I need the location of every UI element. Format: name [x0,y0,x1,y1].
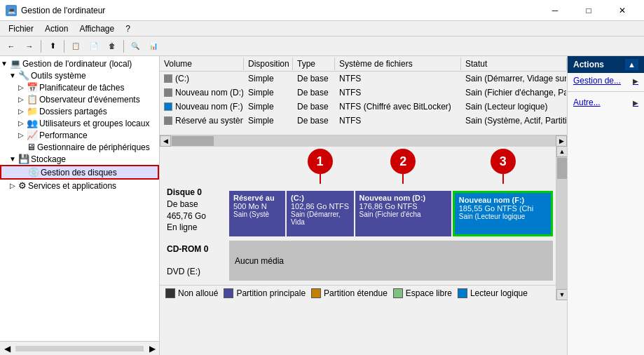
minimize-button[interactable]: ─ [539,0,571,21]
partition-c[interactable]: (C:) 102,86 Go NTFS Sain (Démarrer, Vida [287,191,354,236]
title-bar-title: Gestion de l'ordinateur [21,6,105,15]
table-row-c[interactable]: (C:) Simple De base NTFS Sain (Démarrer,… [160,72,567,86]
tree-item-gestionnaire[interactable]: 🖥 Gestionnaire de périphériques [0,141,159,153]
toolbar: ← → ⬆ 📋 📄 🗑 🔍 📊 [0,36,644,56]
sidebar-scroll-right[interactable]: ▶ [145,342,159,356]
tree-label-root: Gestion de l'ordinateur (local) [22,59,132,69]
tree-item-services[interactable]: ▷ ⚙ Services et applications [0,180,159,192]
folders-icon: 📁 [27,106,38,116]
partition-d[interactable]: Nouveau nom (D:) 176,86 Go NTFS Sain (Fi… [355,191,451,236]
disk-vscroll-up[interactable]: ▲ [556,146,567,157]
tree-item-performance[interactable]: ▷ 📈 Performance [0,129,159,141]
td-volume-f: Nouveau nom (F:) [160,101,244,112]
td-statut-d: Sain (Fichier d'échange, Partiti [461,87,567,98]
partition-f-info: Sain (Lecteur logique [459,213,547,220]
td-statut-reserved: Sain (Système, Actif, Partition p [461,115,567,126]
tree-label-gestionnaire: Gestionnaire de périphériques [37,142,150,152]
tree-label-services: Services et applications [28,181,116,191]
balloons-row: 1 2 3 [229,149,553,184]
tree-item-dossiers[interactable]: ▷ 📁 Dossiers partagés [0,105,159,117]
th-disposition[interactable]: Disposition [244,58,293,70]
td-disposition-d: Simple [244,87,293,98]
back-button[interactable]: ← [3,39,20,54]
td-filesystem-reserved: NTFS [335,115,461,126]
hscroll-track[interactable] [171,135,556,147]
th-volume[interactable]: Volume [160,58,244,70]
cdrom0-content-label: Aucun média [235,256,284,266]
tree-item-utilisateurs[interactable]: ▷ 👥 Utilisateurs et groupes locaux [0,117,159,129]
sidebar-scroll-left[interactable]: ◀ [0,342,14,356]
storage-icon: 💾 [18,154,29,164]
tree-expand-stockage[interactable]: ▼ [8,155,17,163]
table-row-d[interactable]: Nouveau nom (D:) Simple De base NTFS Sai… [160,86,567,100]
maximize-button[interactable]: □ [573,0,605,21]
tree-item-planificateur[interactable]: ▷ 📅 Planificateur de tâches [0,81,159,93]
menu-affichage[interactable]: Affichage [74,22,120,35]
th-statut[interactable]: Statut [461,58,567,70]
legend-label-libre: Espace libre [406,288,452,298]
actions-expand-btn[interactable]: ▲ [625,59,638,70]
forward-button[interactable]: → [21,39,38,54]
partition-c-label: (C:) [291,194,350,202]
td-filesystem-d: NTFS [335,87,461,98]
td-volume-d: Nouveau nom (D:) [160,87,244,98]
menu-fichier[interactable]: Fichier [3,22,39,35]
tree-expand-observateur[interactable]: ▷ [17,95,25,103]
paste-button[interactable]: 📄 [85,39,102,54]
balloon-3-circle: 3 [491,149,516,174]
tree-expand-outils[interactable]: ▼ [8,72,17,79]
actions-item-autre[interactable]: Autre... ▶ [568,95,644,110]
tree-expand-root[interactable]: ▼ [0,60,8,67]
volume-label-f: Nouveau nom (F:) [175,102,243,112]
balloon-1-circle: 1 [308,149,333,174]
partition-d-size: 176,86 Go NTFS [359,202,447,210]
table-row-reserved[interactable]: Réservé au système Simple De base NTFS S… [160,114,567,128]
hscroll-left[interactable]: ◀ [160,135,171,147]
tree-item-outils[interactable]: ▼ 🔧 Outils système [0,69,159,81]
tree-label-outils: Outils système [31,71,86,81]
partition-reserved[interactable]: Réservé au 500 Mo N Sain (Systè [229,191,285,236]
actions-item-gestion[interactable]: Gestion de... ▶ [568,73,644,88]
th-filesystem[interactable]: Système de fichiers [335,58,461,70]
close-button[interactable]: ✕ [606,0,638,21]
td-volume-c: (C:) [160,73,244,84]
copy-button[interactable]: 📋 [67,39,84,54]
tree-expand-performance[interactable]: ▷ [17,131,25,139]
disk-visual: 1 2 3 [160,146,556,300]
partition-f[interactable]: Nouveau nom (F:) 185,55 Go NTFS (Chi Sai… [453,191,553,236]
tree-item-stockage[interactable]: ▼ 💾 Stockage [0,153,159,165]
tree-label-performance: Performance [39,130,88,140]
up-button[interactable]: ⬆ [44,39,61,54]
menu-help[interactable]: ? [120,22,136,35]
disk-vscroll-track[interactable] [556,157,567,289]
hscroll-right[interactable]: ▶ [556,135,567,147]
partition-reserved-info: Sain (Systè [233,210,281,218]
partition-d-info: Sain (Fichier d'écha [359,210,447,218]
th-type[interactable]: Type [293,58,335,70]
legend-label-non-alloue: Non alloué [178,288,218,298]
search-button[interactable]: 🔍 [127,39,144,54]
legend-color-logique [458,288,467,298]
disk-vscroll-down[interactable]: ▼ [556,289,567,300]
tree-label-gestion-disques: Gestion des disques [41,168,117,178]
disk-color-c [164,74,172,83]
td-disposition-c: Simple [244,73,293,84]
tree-item-observateur[interactable]: ▷ 📋 Observateur d'événements [0,93,159,105]
tree-expand-planificateur[interactable]: ▷ [17,83,25,91]
title-bar-controls: ─ □ ✕ [539,0,638,21]
tree-expand-dossiers[interactable]: ▷ [17,107,25,115]
tree-label-utilisateurs: Utilisateurs et groupes locaux [39,119,149,128]
delete-button[interactable]: 🗑 [104,39,121,54]
menu-action[interactable]: Action [39,22,74,35]
tree-expand-services[interactable]: ▷ [8,182,17,189]
tree-expand-utilisateurs[interactable]: ▷ [17,119,25,127]
tree-item-gestion-disques[interactable]: 💿 Gestion des disques [0,165,159,180]
actions-item-arrow-autre: ▶ [633,99,638,107]
sidebar-scrollbar[interactable] [15,346,144,351]
tree-item-root[interactable]: ▼ 💻 Gestion de l'ordinateur (local) [0,58,159,69]
table-row-f[interactable]: Nouveau nom (F:) Simple De base NTFS (Ch… [160,100,567,114]
toolbar-separator-1 [41,40,41,53]
properties-button[interactable]: 📊 [145,39,162,54]
actions-separator [568,91,644,92]
content-main: Volume Disposition Type Système de fichi… [160,56,644,355]
